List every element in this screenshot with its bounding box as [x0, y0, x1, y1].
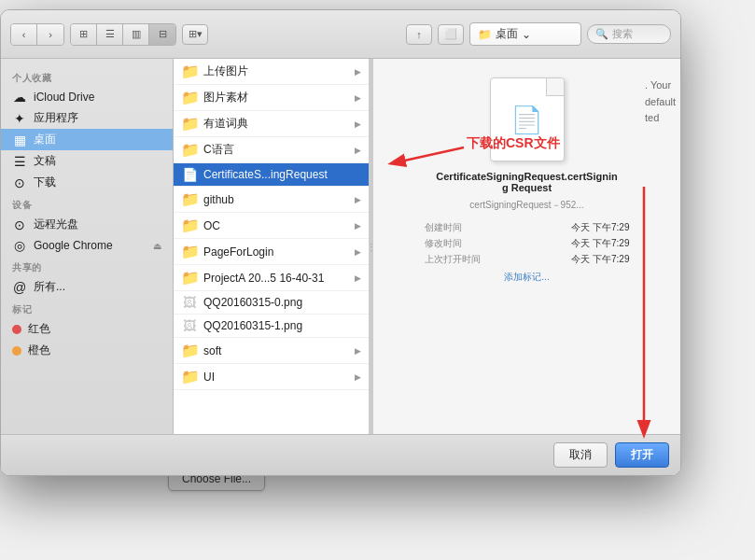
- sidebar-item-label: iCloud Drive: [34, 91, 94, 104]
- file-item-upload[interactable]: 📁 上传图片: [174, 59, 369, 85]
- file-item-soft[interactable]: 📁 soft: [174, 338, 369, 364]
- sidebar-item-orange[interactable]: 橙色: [1, 340, 173, 361]
- section-label-devices: 设备: [1, 193, 173, 214]
- sidebar-item-label: 应用程序: [34, 110, 78, 126]
- location-bar[interactable]: 📁 桌面 ⌄: [469, 22, 581, 46]
- sidebar-item-red[interactable]: 红色: [1, 318, 173, 340]
- folder-icon: 📁: [181, 368, 198, 385]
- coverflow-view-button[interactable]: ⊟: [149, 24, 175, 45]
- cancel-button[interactable]: 取消: [553, 442, 608, 468]
- file-name: soft: [203, 344, 221, 357]
- search-icon: 🔍: [595, 28, 608, 40]
- hint-line-1: . Your: [645, 77, 676, 94]
- downloads-icon: ⊙: [12, 175, 27, 190]
- folder-icon: 📁: [181, 89, 198, 106]
- column-view-icon: ▥: [132, 28, 141, 40]
- chrome-icon: ◎: [12, 238, 27, 253]
- icon-view-button[interactable]: ⊞: [71, 24, 97, 45]
- meta-value-modified: 今天 下午7:29: [571, 235, 629, 251]
- folder-icon: 📁: [181, 190, 198, 208]
- file-name: PageForLogin: [203, 245, 273, 259]
- folder-icon: 📁: [181, 217, 198, 234]
- forward-button[interactable]: ›: [37, 24, 63, 45]
- open-button[interactable]: 打开: [615, 442, 669, 468]
- hint-text: . Your default ted: [645, 77, 676, 127]
- file-list: 📁 上传图片 📁 图片素材 📁 有道词典 📁 C语言 📄 Certificate…: [174, 59, 370, 434]
- folder-icon: 📁: [181, 269, 198, 287]
- file-item-qq1[interactable]: 🖼 QQ20160315-0.png: [174, 291, 369, 315]
- meta-value-created: 今天 下午7:29: [571, 219, 629, 235]
- sidebar-item-remote-disk[interactable]: ⊙ 远程光盘: [1, 214, 173, 235]
- file-item-clang[interactable]: 📁 C语言: [174, 137, 369, 163]
- file-item-ui[interactable]: 📁 UI: [174, 364, 369, 390]
- share-button[interactable]: ↑: [406, 24, 432, 45]
- file-name: QQ20160315-0.png: [203, 296, 302, 309]
- file-item-projecta[interactable]: 📁 ProjectA 20...5 16-40-31: [174, 265, 369, 291]
- remote-disk-icon: ⊙: [12, 217, 27, 232]
- search-box[interactable]: 🔍 搜索: [587, 24, 671, 44]
- image-icon: 🖼: [181, 318, 198, 333]
- column-view-button[interactable]: ▥: [123, 24, 149, 45]
- hint-line-2: default: [645, 94, 676, 111]
- sidebar-item-downloads[interactable]: ⊙ 下载: [1, 172, 173, 193]
- meta-label-modified: 修改时间: [425, 235, 462, 251]
- sidebar-item-icloud[interactable]: ☁ iCloud Drive: [1, 87, 173, 107]
- meta-label-created: 创建时间: [425, 219, 462, 235]
- section-label-shared: 共享的: [1, 256, 173, 276]
- file-name: github: [203, 193, 234, 206]
- file-name: C语言: [203, 142, 234, 158]
- sidebar-item-label: Google Chrome: [34, 239, 113, 252]
- file-item-qq2[interactable]: 🖼 QQ20160315-1.png: [174, 315, 369, 338]
- sidebar-item-label: 红色: [28, 321, 50, 337]
- eject-icon[interactable]: ⏏: [153, 241, 161, 251]
- location-chevron: ⌄: [522, 28, 531, 41]
- doc-icon: 📄: [510, 105, 543, 135]
- sidebar-item-label: 远程光盘: [34, 217, 78, 232]
- list-view-icon: ☰: [105, 28, 115, 40]
- icon-view-icon: ⊞: [79, 28, 88, 40]
- apps-icon: ✦: [12, 111, 27, 126]
- preview-filename: CertificateSigningRequest.certSigning Re…: [434, 171, 621, 193]
- folder-icon: 📁: [478, 28, 492, 41]
- file-item-youdao[interactable]: 📁 有道词典: [174, 111, 369, 137]
- back-button[interactable]: ‹: [11, 24, 37, 45]
- sidebar-item-label: 桌面: [34, 132, 56, 147]
- list-view-button[interactable]: ☰: [97, 24, 123, 45]
- tag-button[interactable]: ⬜: [438, 24, 464, 45]
- share-icon: ↑: [416, 29, 422, 40]
- view-toggle-group: ⊞ ☰ ▥ ⊟: [70, 23, 176, 46]
- icloud-icon: ☁: [12, 90, 27, 105]
- file-name: 上传图片: [203, 63, 248, 79]
- sidebar-item-docs[interactable]: ☰ 文稿: [1, 150, 173, 172]
- preview-file-icon: 📄: [490, 77, 565, 161]
- forward-icon: ›: [49, 29, 52, 40]
- back-icon: ‹: [22, 29, 26, 40]
- add-tag-link[interactable]: 添加标记...: [504, 271, 549, 284]
- finder-dialog: ‹ › ⊞ ☰ ▥ ⊟ ⊞▾ ↑: [0, 9, 681, 476]
- folder-icon: 📁: [181, 63, 198, 80]
- action-button[interactable]: ⊞▾: [182, 24, 208, 45]
- sidebar-item-desktop[interactable]: ▦ 桌面: [1, 129, 173, 150]
- file-name: 图片素材: [203, 90, 248, 105]
- meta-row-created: 创建时间 今天 下午7:29: [425, 219, 630, 235]
- csr-file-icon: 📄: [181, 167, 198, 182]
- sidebar-item-label: 文稿: [34, 153, 56, 169]
- file-item-pageforlogin[interactable]: 📁 PageForLogin: [174, 239, 369, 265]
- file-name: CertificateS...ingRequest: [203, 168, 328, 181]
- file-name: UI: [203, 371, 215, 384]
- file-item-github[interactable]: 📁 github: [174, 187, 369, 213]
- section-label-favorites: 个人收藏: [1, 66, 173, 87]
- sidebar-item-chrome[interactable]: ◎ Google Chrome ⏏: [1, 235, 173, 256]
- bottom-bar: 取消 打开: [1, 434, 680, 475]
- file-name: ProjectA 20...5 16-40-31: [203, 272, 324, 285]
- preview-sub: certSigningRequest－952...: [469, 199, 583, 212]
- sidebar: 个人收藏 ☁ iCloud Drive ✦ 应用程序 ▦ 桌面 ☰ 文稿 ⊙ 下…: [1, 59, 174, 434]
- file-item-csr[interactable]: 📄 CertificateS...ingRequest: [174, 163, 369, 187]
- folder-icon: 📁: [181, 342, 198, 359]
- file-item-oc[interactable]: 📁 OC: [174, 213, 369, 239]
- sidebar-item-everyone[interactable]: @ 所有...: [1, 276, 173, 298]
- sidebar-item-apps[interactable]: ✦ 应用程序: [1, 107, 173, 129]
- docs-icon: ☰: [12, 154, 27, 169]
- file-item-images[interactable]: 📁 图片素材: [174, 85, 369, 111]
- tag-icon: ⬜: [444, 28, 457, 40]
